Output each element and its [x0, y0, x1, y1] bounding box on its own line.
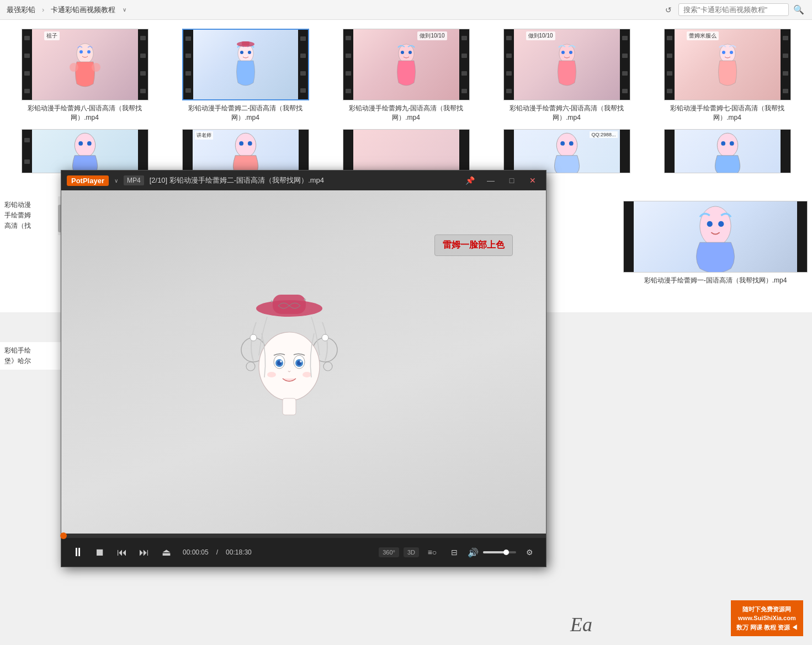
film-strip-right-2	[298, 30, 308, 99]
svg-text:✦: ✦	[270, 299, 274, 304]
search-icon[interactable]: 🔍	[792, 3, 805, 17]
svg-point-24	[247, 141, 252, 146]
svg-rect-35	[273, 295, 306, 314]
thumbnail-10	[664, 129, 791, 173]
thumb-label-1: 祖子	[44, 31, 60, 40]
progress-dot[interactable]	[60, 532, 67, 539]
potplayer-close-button[interactable]: ✕	[525, 173, 540, 188]
svg-point-21	[87, 141, 91, 146]
svg-point-10	[399, 44, 414, 63]
svg-point-32	[707, 221, 713, 227]
time-current: 00:00:05	[183, 548, 209, 556]
thumbnail-6	[22, 129, 148, 173]
svg-point-30	[729, 141, 734, 146]
thumbnail-4: 做到10/10	[503, 29, 630, 100]
svg-point-27	[569, 141, 573, 146]
svg-point-29	[721, 141, 725, 146]
prev-button[interactable]: ⏮	[113, 543, 131, 561]
potplayer-progressbar[interactable]	[61, 534, 546, 538]
right-side-panel: 彩铅动漫手绘蕾姆一-国语高清（我帮找网）.mp4	[619, 196, 812, 290]
badge-360[interactable]: 360°	[379, 547, 399, 557]
left-side-panel-2: 彩铅手绘 堡》哈尔	[0, 342, 63, 370]
refresh-button[interactable]: ↺	[662, 3, 675, 17]
file-item-1[interactable]: 祖子	[9, 29, 161, 122]
svg-point-20	[78, 141, 83, 146]
svg-point-33	[718, 221, 724, 227]
file-item-3[interactable]: 做到10/10	[330, 29, 482, 122]
potplayer-logo[interactable]: PotPlayer	[67, 175, 109, 186]
left-text-2: 彩铅手绘 堡》哈尔	[4, 345, 59, 366]
potplayer-maximize-button[interactable]: □	[504, 173, 519, 188]
svg-point-4	[92, 63, 100, 72]
thumbnail-2	[182, 29, 309, 100]
potplayer-window: PotPlayer ∨ MP4 [2/10] 彩铅动漫手绘蕾姆二-国语高清（我帮…	[61, 170, 546, 567]
potplayer-titlebar: PotPlayer ∨ MP4 [2/10] 彩铅动漫手绘蕾姆二-国语高清（我帮…	[61, 170, 546, 190]
volume-slider[interactable]	[483, 551, 516, 553]
svg-point-1	[79, 50, 83, 54]
svg-point-13	[559, 44, 575, 63]
stop-button[interactable]: ⏹	[91, 543, 109, 561]
eject-button[interactable]: ⏏	[157, 543, 175, 561]
next-button[interactable]: ⏭	[135, 543, 153, 561]
film-strip-left-2	[183, 30, 193, 99]
watermark-line3: 数万 网课 教程 资源 ◀	[736, 623, 798, 632]
svg-point-26	[560, 141, 565, 146]
badge-3d[interactable]: 3D	[404, 547, 419, 557]
right-thumb[interactable]	[623, 201, 808, 273]
right-panel-label: 彩铅动漫手绘蕾姆一-国语高清（我帮找网）.mp4	[623, 276, 808, 285]
file-item-10[interactable]	[651, 129, 803, 186]
svg-point-38	[246, 362, 255, 371]
dropdown-icon[interactable]: ∨	[120, 3, 129, 17]
file-label-1: 彩铅动漫手绘蕾姆八-国语高清（我帮找网）.mp4	[24, 104, 146, 122]
watermark-line2: www.SuiShiXia.com	[736, 614, 798, 623]
svg-point-31	[700, 206, 731, 246]
aspect-button[interactable]: ⊟	[445, 543, 463, 561]
potplayer-pin-button[interactable]: 📌	[462, 173, 477, 188]
svg-point-15	[569, 51, 572, 54]
file-label-4: 彩铅动漫手绘蕾姆六-国语高清（我帮找网）.mp4	[506, 104, 628, 122]
svg-point-52	[250, 334, 257, 341]
svg-point-6	[240, 51, 243, 54]
time-total: 00:18:30	[226, 548, 252, 556]
svg-point-14	[561, 51, 565, 54]
potplayer-minimize-button[interactable]: —	[483, 173, 498, 188]
potplayer-format: MP4	[124, 175, 144, 185]
potplayer-dropdown[interactable]: ∨	[114, 178, 118, 184]
film-strip-left-1	[22, 29, 32, 100]
file-item-4[interactable]: 做到10/10	[491, 29, 643, 122]
svg-point-7	[248, 51, 251, 54]
svg-rect-9	[242, 41, 250, 46]
file-item-5[interactable]: 蕾姆米服么	[651, 29, 803, 122]
svg-point-23	[239, 141, 243, 146]
file-item-2[interactable]: 彩铅动漫手绘蕾姆二-国语高清（我帮找网）.mp4	[169, 29, 321, 122]
left-side-panel: 彩铅动漫 手绘蕾姆 高清（找	[0, 196, 63, 235]
svg-point-22	[235, 133, 256, 157]
time-separator: /	[216, 548, 218, 556]
video-anime-drawing: ✦ ✦	[217, 278, 361, 446]
breadcrumb-separator: ›	[42, 6, 44, 14]
file-label-5: 彩铅动漫手绘蕾姆七-国语高清（我帮找网）.mp4	[667, 104, 788, 122]
svg-point-48	[300, 360, 302, 363]
svg-point-25	[556, 133, 577, 157]
svg-rect-51	[283, 398, 296, 415]
potplayer-video-area[interactable]: ✦ ✦ 雷姆一脸部上色	[61, 190, 546, 534]
ea-text: Ea	[570, 613, 592, 636]
svg-point-50	[302, 372, 311, 377]
thumbnail-9: QQ:2988...	[503, 129, 630, 173]
svg-point-2	[87, 50, 91, 54]
right-controls: 360° 3D ≡○ ⊟ 🔊 ⚙	[379, 543, 538, 561]
search-input[interactable]	[678, 3, 789, 16]
anime-figure-2	[226, 40, 265, 89]
volume-dot[interactable]	[503, 550, 509, 555]
thumbnail-5: 蕾姆米服么	[664, 29, 791, 100]
pause-button[interactable]: ⏸	[69, 543, 87, 561]
watermark-line1: 随时下免费资源网	[736, 605, 798, 614]
film-strip-right-1	[138, 29, 148, 100]
settings-button[interactable]: ⚙	[521, 543, 538, 561]
equalizer-button[interactable]: ≡○	[423, 543, 441, 561]
search-bar: ↺ 🔍	[662, 3, 805, 17]
file-label-3: 彩铅动漫手绘蕾姆九-国语高清（我帮找网）.mp4	[346, 104, 467, 122]
svg-point-18	[730, 51, 733, 54]
svg-text:✦: ✦	[303, 297, 307, 302]
breadcrumb-root[interactable]: 最强彩铅	[7, 5, 35, 15]
